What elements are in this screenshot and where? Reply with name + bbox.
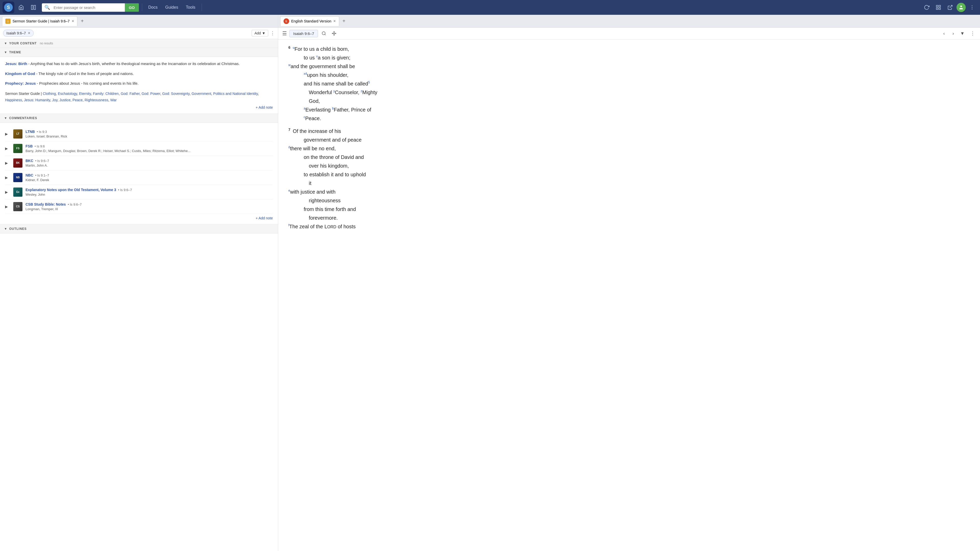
sermon-link-11[interactable]: Joy (52, 98, 57, 102)
main-search-input[interactable] (52, 3, 125, 12)
toolbar-more-button[interactable]: ⋮ (968, 29, 977, 38)
sermon-link-separator-10: , (50, 98, 52, 102)
sup-d[interactable]: d (288, 145, 290, 149)
commentary-title-3[interactable]: NBC (25, 173, 33, 177)
esv-tab[interactable]: E English Standard Version × (280, 16, 339, 26)
more-options-button[interactable] (967, 2, 977, 13)
toolbar-prev-button[interactable]: ‹ (940, 29, 948, 38)
toolbar-resources-button[interactable] (330, 29, 339, 38)
library-button[interactable] (28, 2, 39, 13)
commentary-title-2[interactable]: BKC (25, 159, 33, 163)
sup-z[interactable]: z (361, 89, 363, 93)
sup-b[interactable]: b (332, 106, 334, 110)
toolbar-menu-icon[interactable]: ☰ (281, 29, 288, 38)
verse-7-throne: on the throne of David and (304, 153, 970, 162)
sup-e[interactable]: e (288, 189, 290, 192)
toolbar-dropdown-button[interactable]: ▼ (958, 29, 967, 38)
verse-7-it: it (309, 179, 970, 187)
commentary-expand-2[interactable]: ▶ (5, 161, 10, 165)
sermon-link-5[interactable]: God: Power (142, 92, 160, 96)
sermon-link-7[interactable]: Government (191, 92, 211, 96)
home-button[interactable] (16, 2, 27, 13)
sermon-link-0[interactable]: Clothing (43, 92, 56, 96)
sup-f[interactable]: f (288, 224, 289, 227)
search-bar-actions: Add ▼ ⋮ (251, 30, 275, 37)
popout-button[interactable] (945, 2, 956, 13)
refresh-button[interactable] (921, 2, 932, 13)
commentary-item-3[interactable]: ▶NBNBC • Is 9:1–7Kidner, F. Derek (5, 170, 273, 185)
toolbar-next-button[interactable]: › (949, 29, 958, 38)
commentary-expand-0[interactable]: ▶ (5, 132, 10, 136)
sup-w[interactable]: w (288, 63, 291, 67)
outlines-section-header[interactable]: ▼ OUTLINES (0, 224, 278, 233)
add-dropdown-button[interactable]: Add ▼ (251, 30, 268, 37)
left-tab-add-button[interactable]: + (78, 17, 86, 25)
prophecy-jesus-link[interactable]: Prophecy: Jesus (5, 81, 36, 86)
sermon-link-separator-8: , (258, 92, 259, 96)
sup-u[interactable]: u (293, 46, 294, 49)
sermon-link-13[interactable]: Peace (73, 98, 83, 102)
theme-item-kingdom-of-god: Kingdom of God - The kingly rule of God … (5, 71, 273, 77)
commentary-expand-1[interactable]: ▶ (5, 146, 10, 151)
toolbar-search-button[interactable] (320, 29, 328, 38)
search-passage-value: Isaiah 9:6–7 (6, 31, 26, 35)
search-pill-clear-button[interactable]: × (28, 31, 30, 35)
your-content-section-header[interactable]: ▼ YOUR CONTENT no results (0, 39, 278, 48)
sermon-link-1[interactable]: Eschatology (58, 92, 77, 96)
commentary-item-1[interactable]: ▶FSFSB • Is 9:6Barry, John D.; Mangum, D… (5, 141, 273, 156)
commentary-item-5[interactable]: ▶CSCSB Study Bible: Notes • Is 9:6–7Long… (5, 200, 273, 214)
search-passage-pill[interactable]: Isaiah 9:6–7 × (3, 30, 34, 37)
sup-y[interactable]: y (333, 89, 335, 93)
logo-button[interactable]: S (3, 2, 14, 13)
go-button[interactable]: GO (125, 3, 139, 12)
sermon-link-10[interactable]: Jesus: Humanity (24, 98, 50, 102)
theme-title: THEME (9, 51, 21, 54)
right-tab-add-button[interactable]: + (340, 17, 348, 25)
sup-c[interactable]: c (304, 115, 305, 119)
commentary-title-4[interactable]: Explanatory Notes upon the Old Testament… (25, 188, 116, 192)
sermon-guide-tab[interactable]: ☰ Sermon Starter Guide | Isaiah 9:6–7 × (2, 16, 77, 26)
prophecy-jesus-desc: - Prophecies about Jesus - his coming an… (36, 81, 138, 86)
kingdom-of-god-link[interactable]: Kingdom of God (5, 71, 35, 76)
commentary-item-4[interactable]: ▶ExExplanatory Notes upon the Old Testam… (5, 185, 273, 200)
user-avatar[interactable] (956, 3, 966, 12)
sermon-link-9[interactable]: Happiness (5, 98, 22, 102)
esv-tab-close[interactable]: × (333, 19, 336, 24)
docs-nav-button[interactable]: Docs (145, 3, 161, 12)
sermon-link-2[interactable]: Eternity (79, 92, 91, 96)
sup-5[interactable]: 5 (368, 81, 370, 84)
commentary-item-0[interactable]: ▶LTLTNB • Is 9:3Loken, Israel; Brannan, … (5, 127, 273, 141)
commentary-info-1: FSB • Is 9:6Barry, John D.; Mangum, Doug… (25, 144, 273, 153)
sup-a[interactable]: a (304, 106, 305, 110)
sermon-link-separator-14: , (108, 98, 110, 102)
commentaries-section-header[interactable]: ▼ COMMENTARIES (0, 114, 278, 123)
layout-button[interactable] (933, 2, 944, 13)
commentary-title-5[interactable]: CSB Study Bible: Notes (25, 202, 66, 206)
theme-section-header[interactable]: ▼ THEME (0, 48, 278, 57)
sermon-link-6[interactable]: God: Sovereignty (162, 92, 189, 96)
tools-nav-button[interactable]: Tools (183, 3, 198, 12)
commentary-item-2[interactable]: ▶BKBKC • Is 9:6–7Martin, John A. (5, 156, 273, 170)
sermon-link-14[interactable]: Righteousness (85, 98, 108, 102)
sermon-link-8[interactable]: Politics and National Identity (213, 92, 258, 96)
svg-point-14 (334, 32, 334, 32)
sup-v[interactable]: v (316, 55, 318, 58)
left-more-options-button[interactable]: ⋮ (270, 30, 275, 36)
commentary-title-0[interactable]: LTNB (25, 130, 35, 134)
sermon-link-15[interactable]: War (110, 98, 117, 102)
sermon-tab-close[interactable]: × (72, 19, 74, 24)
jesus-birth-link[interactable]: Jesus: Birth (5, 62, 27, 66)
sermon-link-3[interactable]: Family: Children (93, 92, 119, 96)
theme-add-note-link[interactable]: + Add note (256, 105, 273, 110)
commentaries-add-note-link[interactable]: + Add note (256, 216, 273, 220)
commentary-title-1[interactable]: FSB (25, 144, 33, 148)
sermon-link-12[interactable]: Justice (59, 98, 71, 102)
sup-4[interactable]: 4 (305, 72, 307, 76)
verse-6-line2: to us va son is given; (304, 53, 970, 62)
commentary-expand-5[interactable]: ▶ (5, 205, 10, 209)
commentary-expand-4[interactable]: ▶ (5, 190, 10, 194)
guides-nav-button[interactable]: Guides (162, 3, 181, 12)
sermon-link-4[interactable]: God: Father (121, 92, 140, 96)
commentary-expand-3[interactable]: ▶ (5, 176, 10, 179)
add-label: Add (255, 31, 261, 35)
